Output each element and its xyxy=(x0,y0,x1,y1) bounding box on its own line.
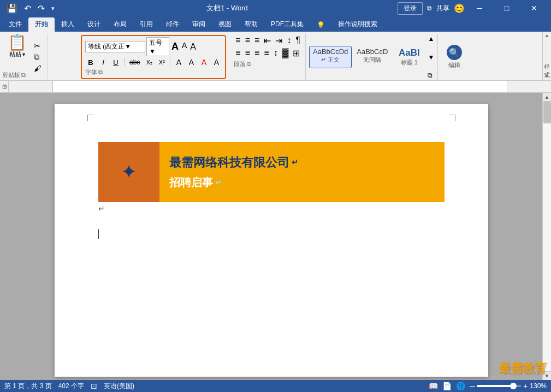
highlight-button[interactable]: A xyxy=(186,57,197,67)
bold-button[interactable]: B xyxy=(85,58,96,67)
tab-layout[interactable]: 布局 xyxy=(107,17,133,32)
font-name-input[interactable]: 等线 (西文正▼ xyxy=(85,41,145,52)
styles-down-icon[interactable]: ▼ xyxy=(428,54,434,61)
zoom-slider-thumb[interactable] xyxy=(510,383,517,389)
sub-title: 招聘启事 xyxy=(169,175,213,190)
corner-mark-tl xyxy=(87,115,94,121)
font-color-button[interactable]: A xyxy=(198,57,209,67)
style-heading1-preview: AaBl xyxy=(399,47,420,58)
indent-dec-button[interactable]: ⇤ xyxy=(262,35,272,46)
font-expand-icon[interactable]: ⧉ xyxy=(98,69,103,76)
bullets-button[interactable]: ≡ xyxy=(234,35,242,46)
char-spacing-button[interactable]: A xyxy=(211,57,222,67)
tab-home[interactable]: 开始 xyxy=(28,17,55,32)
scroll-up-button[interactable]: ▲ xyxy=(543,93,551,102)
tab-view[interactable]: 视图 xyxy=(212,17,238,32)
tab-insert[interactable]: 插入 xyxy=(55,17,81,32)
status-right: 📖 📄 🌐 ─ + 130% xyxy=(429,382,547,390)
customize-dropdown-icon[interactable]: ▾ xyxy=(49,4,57,13)
text-effects-button[interactable]: A xyxy=(173,57,184,67)
ribbon-scroll-up[interactable]: ▲ xyxy=(543,32,551,39)
clipboard-expand-icon[interactable]: ⧉ xyxy=(21,72,26,79)
style-normal-preview: AaBbCcDd xyxy=(313,47,348,56)
restore-button[interactable]: □ xyxy=(494,0,519,16)
tab-mailings[interactable]: 邮件 xyxy=(159,17,186,32)
ribbon-scroll: ▲ ▼ xyxy=(542,32,551,80)
document-page[interactable]: 最需网络科技有限公司 ↵ 招聘启事 ↵ ✦ ↵ xyxy=(55,104,488,377)
close-button[interactable]: ✕ xyxy=(522,0,547,16)
numbering-button[interactable]: ≡ xyxy=(244,35,252,46)
share-label[interactable]: 共享 xyxy=(436,4,449,13)
ruler-toggle[interactable]: ⊡ xyxy=(0,81,9,92)
paragraph-expand-icon[interactable]: ⧉ xyxy=(247,61,251,68)
view-read-icon[interactable]: 📖 xyxy=(429,382,438,390)
shading-button[interactable]: ▓ xyxy=(281,47,291,59)
subscript-button[interactable]: X₂ xyxy=(144,58,155,67)
redo-icon[interactable]: ↷ xyxy=(35,2,47,15)
styles-expand-icon[interactable]: ⧉ xyxy=(428,72,434,79)
undo-icon[interactable]: ↶ xyxy=(22,2,33,15)
style-no-spacing[interactable]: AaBbCcD 无间隔 xyxy=(353,46,392,68)
copy-button[interactable]: ⧉ xyxy=(32,52,43,62)
style-heading1[interactable]: AaBl 标题 1 xyxy=(393,46,425,68)
scroll-thumb[interactable] xyxy=(543,102,551,123)
tab-file[interactable]: 文件 xyxy=(2,17,28,32)
font-grow-button[interactable]: A xyxy=(170,40,180,53)
view-print-icon[interactable]: 📄 xyxy=(442,382,452,390)
scroll-down-button[interactable]: ▼ xyxy=(543,371,551,380)
page-info: 第 1 页，共 3 页 xyxy=(4,382,52,391)
cut-button[interactable]: ✂ xyxy=(32,41,43,51)
font-bottom-row: B I U abc X₂ X² A A A A xyxy=(85,57,222,67)
orange-box: ✦ xyxy=(98,142,159,202)
line-spacing-button[interactable]: ↕ xyxy=(272,47,280,59)
zoom-out-button[interactable]: ─ xyxy=(470,382,475,390)
title-bar-left: 💾 ↶ ↷ ▾ xyxy=(4,2,57,15)
sort-button[interactable]: ↕ xyxy=(285,35,293,46)
paste-dropdown-icon[interactable]: ▾ xyxy=(22,51,25,57)
minimize-button[interactable]: ─ xyxy=(467,0,492,16)
ribbon-tabs: 文件 开始 插入 设计 布局 引用 邮件 审阅 视图 帮助 PDF工具集 💡 操… xyxy=(0,16,551,32)
tab-search-actions[interactable]: 操作说明搜索 xyxy=(331,17,384,32)
paragraph-bottom: ≡ ≡ ≡ ≡ ↕ ▓ ⊞ xyxy=(234,47,302,59)
font-size-input[interactable]: 五号▼ xyxy=(146,37,169,56)
font-top-row: 等线 (西文正▼ 五号▼ A A A xyxy=(85,37,222,56)
indent-inc-button[interactable]: ⇥ xyxy=(274,35,284,46)
align-right-button[interactable]: ≡ xyxy=(253,47,261,59)
superscript-button[interactable]: X² xyxy=(156,58,167,66)
zoom-in-button[interactable]: + xyxy=(523,382,528,390)
tab-pdf[interactable]: PDF工具集 xyxy=(264,17,310,32)
login-button[interactable]: 登录 xyxy=(398,2,423,15)
multilevel-button[interactable]: ≡ xyxy=(253,35,261,46)
scroll-track xyxy=(543,102,551,371)
search-icon: 🔍 xyxy=(447,45,462,60)
justify-button[interactable]: ≡ xyxy=(262,47,270,59)
styles-up-icon[interactable]: ▲ xyxy=(428,35,434,43)
document-content: 最需网络科技有限公司 ↵ 招聘启事 ↵ ✦ ↵ xyxy=(98,142,445,239)
track-changes-icon: ⊡ xyxy=(91,382,97,390)
search-button[interactable]: 🔍 编辑 xyxy=(442,43,466,72)
format-painter-button[interactable]: 🖌 xyxy=(32,63,43,73)
paragraph-section-label: 段落 xyxy=(234,60,246,68)
status-bar: 第 1 页，共 3 页 402 个字 ⊡ 英语(美国) 📖 📄 🌐 ─ + 13… xyxy=(0,380,551,392)
underline-button[interactable]: U xyxy=(110,58,121,67)
tab-review[interactable]: 审阅 xyxy=(186,17,212,32)
show-marks-button[interactable]: ¶ xyxy=(294,35,302,46)
ribbon-scroll-down[interactable]: ▼ xyxy=(543,73,551,80)
tab-design[interactable]: 设计 xyxy=(81,17,107,32)
view-web-icon[interactable]: 🌐 xyxy=(456,382,465,390)
strikethrough-button[interactable]: abc xyxy=(127,58,142,67)
zoom-control: ─ + 130% xyxy=(470,382,547,390)
tab-lightbulb[interactable]: 💡 xyxy=(310,19,331,32)
save-icon[interactable]: 💾 xyxy=(4,2,20,15)
align-left-button[interactable]: ≡ xyxy=(234,47,242,59)
tab-references[interactable]: 引用 xyxy=(133,17,159,32)
tab-help[interactable]: 帮助 xyxy=(238,17,264,32)
styles-section: AaBbCcDd ↵ 正文 AaBbCcD 无间隔 AaBl 标题 1 ▲ ▼ … xyxy=(306,34,438,80)
style-normal[interactable]: AaBbCcDd ↵ 正文 xyxy=(309,46,352,68)
align-center-button[interactable]: ≡ xyxy=(244,47,252,59)
font-shrink-button[interactable]: A xyxy=(181,40,188,53)
border-button[interactable]: ⊞ xyxy=(291,47,301,59)
zoom-slider-track[interactable] xyxy=(477,385,521,387)
italic-button[interactable]: I xyxy=(98,58,109,67)
font-clear-button[interactable]: A xyxy=(189,41,197,52)
